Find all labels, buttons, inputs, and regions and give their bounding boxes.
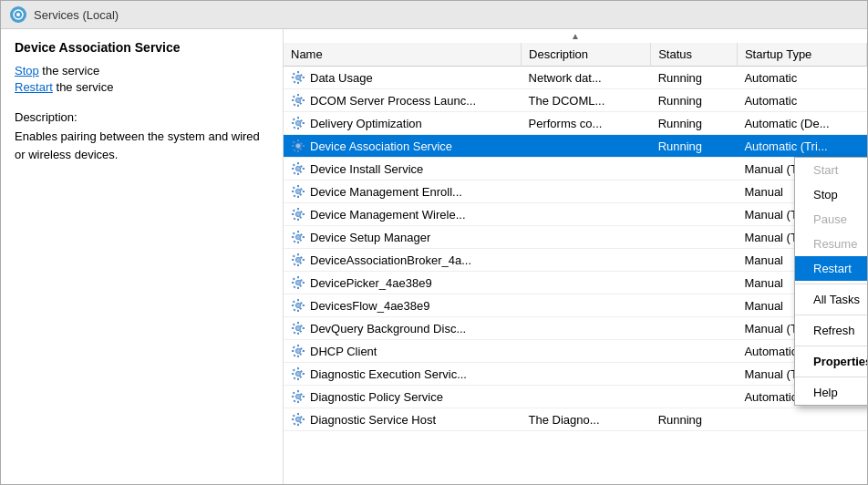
- table-row[interactable]: Device Management Wirele...Manual (Trigg…: [284, 203, 867, 226]
- col-header-status[interactable]: Status: [651, 43, 738, 67]
- col-header-name[interactable]: Name: [284, 43, 522, 67]
- table-row[interactable]: Delivery OptimizationPerforms co...Runni…: [284, 112, 867, 135]
- context-menu-refresh[interactable]: Refresh: [795, 318, 867, 343]
- context-menu: Start Stop Pause Resume Restart All Task…: [794, 157, 867, 406]
- gear-icon: [291, 412, 305, 427]
- table-row[interactable]: DevQuery Background Disc...Manual (Trigg…: [284, 317, 867, 340]
- separator-2: [795, 315, 867, 315]
- gear-icon: [291, 389, 305, 404]
- table-row[interactable]: Device Association ServiceRunningAutomat…: [284, 135, 867, 158]
- service-desc-cell: Network dat...: [522, 67, 651, 89]
- table-header-row: Name Description Status Startup Type: [284, 43, 867, 67]
- service-name-cell: DevQuery Background Disc...: [284, 317, 484, 339]
- table-wrapper[interactable]: Name Description Status Startup Type Dat…: [284, 43, 867, 484]
- table-body: Data UsageNetwork dat...RunningAutomatic…: [284, 67, 867, 431]
- restart-link[interactable]: Restart: [15, 80, 53, 94]
- service-startup-cell: Automatic: [737, 89, 866, 112]
- col-header-desc[interactable]: Description: [522, 43, 651, 67]
- service-name-cell: Device Management Wirele...: [284, 203, 484, 225]
- service-desc-cell: [522, 158, 651, 181]
- service-name-text: Device Install Service: [310, 162, 423, 176]
- services-window: Services (Local) Device Association Serv…: [0, 0, 868, 485]
- gear-icon: [291, 161, 305, 176]
- gear-icon: [291, 253, 305, 267]
- context-menu-restart[interactable]: Restart: [795, 256, 867, 281]
- title-icon: [10, 6, 26, 23]
- service-name-text: Data Usage: [310, 71, 373, 85]
- service-name-cell: Diagnostic Execution Servic...: [284, 363, 484, 385]
- context-menu-properties[interactable]: Properties: [795, 349, 867, 374]
- service-name-cell: Data Usage: [284, 67, 484, 88]
- service-status-cell: Running: [651, 135, 738, 158]
- service-status-cell: [651, 317, 738, 340]
- service-status-cell: [651, 294, 738, 317]
- service-status-cell: [651, 203, 738, 226]
- service-name-cell: DevicesFlow_4ae38e9: [284, 294, 484, 316]
- separator-4: [795, 377, 867, 377]
- service-name-cell: Diagnostic Service Host: [284, 408, 484, 430]
- stop-link[interactable]: Stop: [15, 64, 39, 77]
- svg-point-31: [296, 395, 301, 399]
- service-desc-cell: Performs co...: [522, 112, 651, 135]
- svg-point-33: [296, 418, 301, 422]
- svg-point-3: [296, 76, 301, 80]
- service-desc-cell: [522, 249, 651, 272]
- service-name-cell: DHCP Client: [284, 340, 484, 362]
- table-row[interactable]: DCOM Server Process Launc...The DCOML...…: [284, 89, 867, 112]
- service-status-cell: [651, 340, 738, 363]
- restart-text: the service: [53, 80, 113, 94]
- gear-icon: [291, 321, 305, 335]
- service-name-cell: Device Setup Manager: [284, 226, 484, 248]
- sort-arrow: ▲: [284, 29, 867, 43]
- service-name-text: Device Association Service: [310, 139, 452, 153]
- table-row[interactable]: Device Install ServiceManual (Trigg...: [284, 158, 867, 181]
- service-desc-cell: [522, 363, 651, 386]
- table-row[interactable]: Diagnostic Execution Servic...Manual (Tr…: [284, 363, 867, 386]
- service-name-cell: Device Management Enroll...: [284, 181, 484, 202]
- title-bar: Services (Local): [1, 1, 867, 29]
- table-row[interactable]: Device Management Enroll...Manual: [284, 181, 867, 203]
- table-row[interactable]: Diagnostic Policy ServiceAutomatic: [284, 386, 867, 408]
- col-header-startup[interactable]: Startup Type: [737, 43, 866, 67]
- service-name-text: Diagnostic Service Host: [310, 413, 436, 427]
- services-table: Name Description Status Startup Type Dat…: [284, 43, 867, 431]
- gear-icon: [291, 230, 305, 244]
- service-desc-cell: [522, 272, 651, 294]
- service-name-cell: Device Install Service: [284, 158, 484, 180]
- service-startup-cell: Automatic: [737, 67, 866, 89]
- gear-icon: [291, 366, 305, 381]
- service-desc-cell: [522, 203, 651, 226]
- table-row[interactable]: DevicesFlow_4ae38e9Manual: [284, 294, 867, 317]
- svg-point-23: [296, 304, 301, 308]
- context-menu-help[interactable]: Help: [795, 380, 867, 405]
- service-name-cell: DeviceAssociationBroker_4a...: [284, 249, 484, 271]
- table-row[interactable]: Data UsageNetwork dat...RunningAutomatic: [284, 67, 867, 89]
- selected-service-title: Device Association Service: [15, 40, 269, 55]
- service-status-cell: Running: [651, 67, 738, 89]
- gear-icon: [291, 298, 305, 313]
- service-status-cell: Running: [651, 408, 738, 431]
- table-row[interactable]: DHCP ClientAutomatic: [284, 340, 867, 363]
- service-name-text: Device Management Wirele...: [310, 208, 466, 222]
- service-status-cell: [651, 249, 738, 272]
- stop-action-row: Stop the service: [15, 64, 269, 77]
- right-panel: ▲ Name Description Status Startup Type D…: [284, 29, 867, 484]
- table-row[interactable]: Diagnostic Service HostThe Diagno...Runn…: [284, 408, 867, 431]
- service-desc-cell: [522, 340, 651, 363]
- table-row[interactable]: DeviceAssociationBroker_4a...Manual: [284, 249, 867, 272]
- restart-action-row: Restart the service: [15, 80, 269, 94]
- service-name-text: DevicePicker_4ae38e9: [310, 276, 432, 290]
- description-section: Description: Enables pairing between the…: [15, 110, 269, 163]
- context-menu-start[interactable]: Start: [795, 158, 867, 182]
- context-menu-all-tasks[interactable]: All Tasks ▶: [795, 287, 867, 312]
- table-row[interactable]: DevicePicker_4ae38e9Manual: [284, 272, 867, 294]
- gear-icon: [291, 275, 305, 290]
- context-menu-stop[interactable]: Stop: [795, 182, 867, 207]
- separator-3: [795, 346, 867, 346]
- context-menu-pause[interactable]: Pause: [795, 207, 867, 232]
- left-panel: Device Association Service Stop the serv…: [1, 29, 284, 484]
- table-row[interactable]: Device Setup ManagerManual (Trigg...: [284, 226, 867, 249]
- context-menu-resume[interactable]: Resume: [795, 232, 867, 256]
- main-content: Device Association Service Stop the serv…: [1, 29, 867, 484]
- service-status-cell: [651, 272, 738, 294]
